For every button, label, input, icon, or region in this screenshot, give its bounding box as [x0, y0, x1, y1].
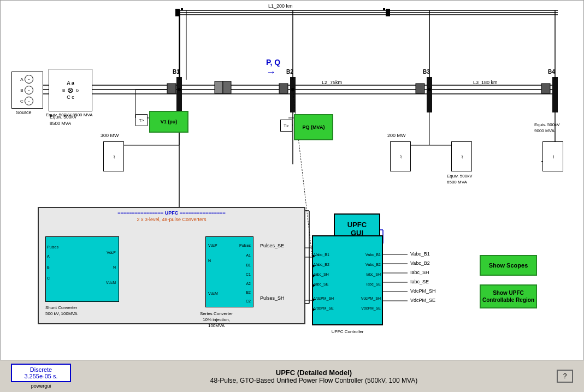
out-vdcpm-sh: VdcPM_SH	[410, 288, 436, 294]
shunt-conv-label: Shunt Converter500 kV, 100MVA	[45, 305, 78, 317]
l1-label: L1_200 km	[268, 3, 293, 9]
pq-display: PQ (MVA)	[294, 114, 333, 140]
series-converter-box: Pulses A1 B1 C1 VdcP N A2 B2 C2 VdcM	[205, 236, 253, 307]
out-vabc-b1: Vabc_B1	[410, 251, 430, 257]
upfc-controller-label: UPFC Controller	[313, 329, 382, 334]
svg-rect-90	[167, 84, 176, 93]
svg-rect-93	[541, 84, 550, 93]
pq-meas-block: T>	[280, 120, 292, 132]
show-scopes-button[interactable]: Show Scopes	[480, 255, 537, 276]
discrete-time: 3.255e-05 s.	[16, 373, 66, 379]
pulses-sh-label: Pulses_SH	[260, 295, 285, 301]
pq-arrow-label: P, Q →	[266, 58, 286, 78]
out-vdcpm-se: VdcPM_SE	[410, 298, 435, 303]
v1-display: V1 (pu)	[149, 111, 188, 133]
transformer-block: A a B ⊗ b C c Equiv. 500kV 8500 MVA	[49, 69, 92, 111]
svg-rect-5	[181, 8, 183, 10]
equiv-9000-label: Equiv. 500kV9000 MVA	[534, 122, 560, 134]
svg-rect-12	[176, 77, 182, 112]
footer-bar: Discrete 3.255e-05 s. powergui UPFC (Det…	[0, 360, 584, 392]
series-conv-label: Series Converter10% injection,100MVA	[200, 311, 233, 329]
out-iabc-sh: Iabc_SH	[410, 270, 429, 275]
footer-title-section: UPFC (Detailed Model) 48-Pulse, GTO-Base…	[210, 369, 417, 384]
source-block: A ~ B ~ C ~ Source	[11, 72, 43, 109]
svg-rect-91	[279, 84, 288, 93]
upfc-title: ================ UPFC ================	[117, 210, 226, 216]
load-9000mva: ⌇ Equiv. 500kV9000 MVA	[542, 141, 563, 171]
b1-label: B1	[173, 69, 180, 75]
pulses-se-label: Pulses_SE	[260, 243, 284, 248]
powergui-section[interactable]: Discrete 3.255e-05 s. powergui	[11, 364, 71, 389]
load-300mw: ⌇ 300 MW	[103, 141, 124, 171]
powergui-label: powergui	[31, 383, 51, 389]
source-label: Source	[16, 110, 32, 115]
main-subtitle: 48-Pulse, GTO-Based Unified Power Flow C…	[210, 377, 417, 384]
v1-meas-block: T>	[135, 114, 148, 126]
svg-rect-4	[386, 9, 390, 16]
out-vabc-b2: Vabc_B2	[410, 260, 430, 266]
main-title: UPFC (Detailed Model)	[210, 369, 417, 377]
svg-rect-6	[383, 8, 385, 10]
equiv-6500-label: Equiv. 500kV6500 MVA	[447, 173, 473, 185]
svg-rect-3	[175, 9, 180, 16]
discrete-label: Discrete	[16, 366, 66, 373]
svg-rect-15	[552, 77, 558, 112]
svg-rect-92	[416, 84, 424, 93]
load-200mw: ⌇ 200 MW	[390, 141, 411, 171]
svg-point-98	[428, 88, 431, 91]
show-upfc-button[interactable]: Show UPFC Controllable Region	[480, 284, 537, 308]
equiv-500kv-label: Equiv. 500kV8500 MVA	[50, 114, 76, 127]
svg-rect-14	[427, 77, 432, 112]
help-button[interactable]: ?	[557, 370, 573, 383]
svg-rect-94	[215, 81, 223, 93]
l3-label: L3_180 km	[473, 80, 498, 85]
b3-label: B3	[423, 69, 430, 75]
load-6500mva: ⌇ Equiv. 500kV6500 MVA	[451, 141, 472, 171]
svg-rect-95	[223, 81, 231, 93]
discrete-block[interactable]: Discrete 3.255e-05 s.	[11, 364, 71, 382]
upfc-outer-box: ================ UPFC ================ 2…	[38, 207, 305, 324]
svg-rect-13	[290, 77, 296, 112]
shunt-converter-box: Pulses A B C VdcP VdcM N	[45, 236, 119, 302]
svg-point-96	[178, 88, 181, 91]
b4-label: B4	[548, 69, 555, 75]
svg-point-97	[291, 88, 294, 91]
out-iabc-se: Iabc_SE	[410, 279, 429, 284]
l2-label: L2_75km	[322, 80, 342, 85]
upfc-controller-box: Vabc_B1 Vabc_B2 Iabc_SH Iabc_SE VdcPM_SH…	[312, 235, 383, 325]
b2-label: B2	[286, 69, 293, 75]
upfc-subtitle: 2 x 3-level, 48-pulse Converters	[137, 217, 206, 222]
